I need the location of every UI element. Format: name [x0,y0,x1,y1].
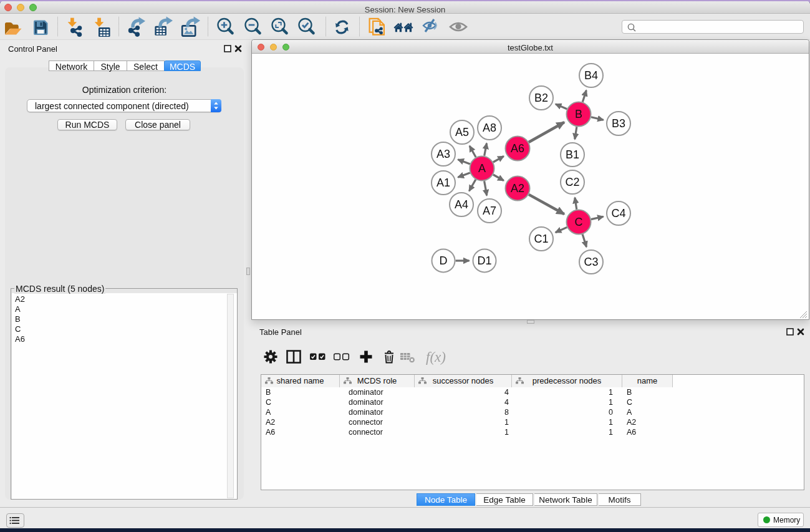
svg-text:D1: D1 [477,254,491,267]
svg-text:D: D [440,254,448,267]
svg-text:B3: B3 [612,117,625,130]
svg-text:C: C [575,216,583,228]
svg-text:A: A [478,162,486,175]
svg-text:B: B [575,108,582,120]
svg-text:A7: A7 [483,205,496,217]
svg-text:B2: B2 [534,92,548,104]
svg-text:C4: C4 [611,207,625,220]
svg-text:B1: B1 [566,148,579,161]
svg-text:A4: A4 [455,198,468,211]
svg-text:C1: C1 [534,233,548,245]
svg-text:A3: A3 [436,148,450,160]
svg-text:A6: A6 [511,142,524,155]
svg-text:A1: A1 [436,177,450,189]
svg-text:A5: A5 [455,126,469,138]
svg-text:A8: A8 [483,122,496,134]
svg-text:C3: C3 [584,256,598,268]
svg-text:C2: C2 [565,176,579,188]
svg-text:B4: B4 [584,69,598,82]
svg-text:A2: A2 [511,182,524,195]
